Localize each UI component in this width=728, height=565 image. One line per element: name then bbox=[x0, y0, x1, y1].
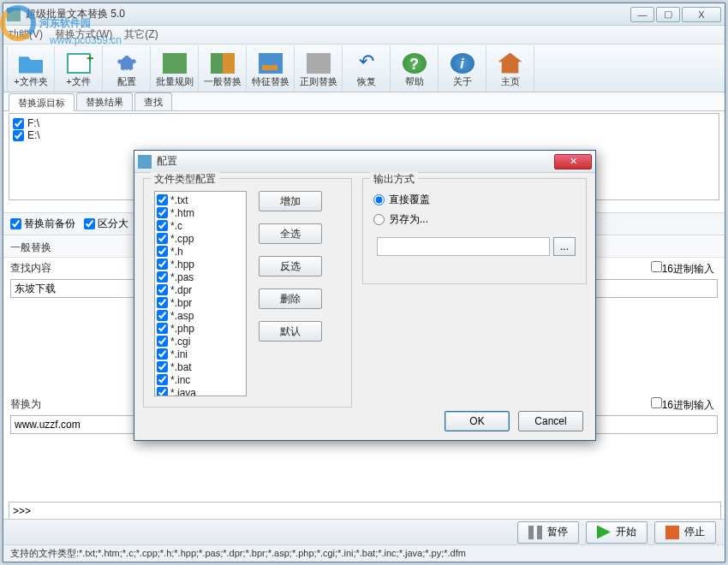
filetype-item[interactable]: *.asp bbox=[157, 309, 244, 322]
info-icon: i bbox=[451, 53, 474, 74]
filetype-item[interactable]: *.hpp bbox=[157, 258, 244, 271]
filetype-item[interactable]: *.bat bbox=[157, 360, 244, 373]
filetype-item[interactable]: *.txt bbox=[157, 193, 244, 206]
close-button[interactable]: X bbox=[682, 7, 721, 22]
prompt-line[interactable]: >>> bbox=[9, 502, 721, 520]
status-bar: 支持的文件类型:*.txt;*.htm;*.c;*.cpp;*.h;*.hpp;… bbox=[3, 544, 725, 562]
drive-item[interactable]: E:\ bbox=[13, 129, 715, 141]
tab-source-target[interactable]: 替换源目标 bbox=[9, 93, 75, 111]
menubar: 功能(V) 替换方式(W) 其它(Z) bbox=[3, 26, 725, 45]
saveas-path-input[interactable] bbox=[377, 237, 550, 256]
filetype-item[interactable]: *.java bbox=[157, 386, 244, 396]
regex-icon bbox=[307, 53, 331, 74]
start-button[interactable]: 开始 bbox=[586, 521, 647, 544]
drive-checkbox[interactable] bbox=[13, 130, 24, 141]
feature-replace-button[interactable]: 特征替换 bbox=[247, 46, 295, 91]
menu-replace-mode[interactable]: 替换方式(W) bbox=[55, 27, 112, 42]
config-button[interactable]: 配置 bbox=[103, 46, 151, 91]
replace-icon bbox=[211, 53, 235, 74]
file-plus-icon bbox=[67, 53, 91, 74]
filetype-groupbox: 文件类型配置 *.txt*.htm*.c*.cpp*.h*.hpp*.pas*.… bbox=[143, 178, 352, 407]
filetype-item[interactable]: *.bpr bbox=[157, 296, 244, 309]
config-dialog: 配置 ✕ 文件类型配置 *.txt*.htm*.c*.cpp*.h*.hpp*.… bbox=[134, 150, 596, 441]
filetype-item[interactable]: *.php bbox=[157, 322, 244, 335]
cancel-button[interactable]: Cancel bbox=[518, 411, 583, 431]
drive-checkbox[interactable] bbox=[13, 118, 24, 129]
rule-icon bbox=[163, 53, 187, 74]
filetype-item[interactable]: *.c bbox=[157, 219, 244, 232]
regex-replace-button[interactable]: 正则替换 bbox=[295, 46, 343, 91]
default-button[interactable]: 默认 bbox=[259, 321, 322, 342]
replace-label: 替换为 bbox=[10, 394, 41, 415]
folder-plus-icon bbox=[19, 53, 43, 74]
backup-checkbox[interactable]: 替换前备份 bbox=[10, 217, 75, 231]
pause-icon bbox=[528, 526, 542, 539]
tabs-row: 替换源目标 替换结果 查找 bbox=[3, 92, 725, 111]
filetype-item[interactable]: *.dpr bbox=[157, 283, 244, 296]
filetype-item[interactable]: *.h bbox=[157, 245, 244, 258]
select-all-button[interactable]: 全选 bbox=[259, 223, 322, 244]
dialog-icon bbox=[138, 155, 152, 169]
play-icon bbox=[597, 526, 611, 539]
filetype-item[interactable]: *.ini bbox=[157, 348, 244, 360]
help-button[interactable]: ?帮助 bbox=[391, 46, 439, 91]
add-filetype-button[interactable]: 增加 bbox=[259, 191, 322, 211]
delete-filetype-button[interactable]: 删除 bbox=[259, 288, 322, 309]
home-icon bbox=[498, 53, 522, 74]
tab-find[interactable]: 查找 bbox=[134, 92, 172, 110]
case-checkbox[interactable]: 区分大 bbox=[84, 217, 128, 231]
filetype-group-title: 文件类型配置 bbox=[151, 172, 219, 187]
normal-replace-button[interactable]: 一般替换 bbox=[199, 46, 247, 91]
batch-rule-button[interactable]: 批量规则 bbox=[151, 46, 199, 91]
about-button[interactable]: i关于 bbox=[439, 46, 486, 91]
pause-button[interactable]: 暂停 bbox=[517, 521, 579, 544]
toolbar: +文件夹 +文件 配置 批量规则 一般替换 特征替换 正则替换 ↶恢复 ?帮助 … bbox=[3, 45, 725, 92]
minimize-button[interactable]: — bbox=[630, 7, 654, 22]
filetype-item[interactable]: *.inc bbox=[157, 373, 244, 386]
filetype-list[interactable]: *.txt*.htm*.c*.cpp*.h*.hpp*.pas*.dpr*.bp… bbox=[154, 191, 247, 396]
output-groupbox: 输出方式 直接覆盖 另存为... ... bbox=[362, 178, 587, 284]
filetype-item[interactable]: *.pas bbox=[157, 271, 244, 283]
invert-select-button[interactable]: 反选 bbox=[259, 256, 322, 277]
stop-icon bbox=[665, 526, 679, 539]
output-group-title: 输出方式 bbox=[370, 172, 418, 187]
titlebar: 超级批量文本替换 5.0 — ▢ X bbox=[3, 3, 725, 26]
gear-icon bbox=[115, 53, 139, 74]
undo-icon: ↶ bbox=[355, 53, 379, 74]
app-icon bbox=[7, 8, 21, 21]
home-button[interactable]: 主页 bbox=[486, 46, 534, 91]
browse-button[interactable]: ... bbox=[553, 237, 576, 256]
add-file-button[interactable]: +文件 bbox=[55, 46, 103, 91]
dialog-close-button[interactable]: ✕ bbox=[554, 154, 592, 170]
radio-overwrite[interactable]: 直接覆盖 bbox=[373, 193, 576, 207]
add-folder-button[interactable]: +文件夹 bbox=[7, 46, 55, 91]
filetype-item[interactable]: *.cpp bbox=[157, 232, 244, 245]
radio-saveas[interactable]: 另存为... bbox=[373, 212, 576, 227]
tab-results[interactable]: 替换结果 bbox=[76, 92, 133, 110]
feature-replace-icon bbox=[259, 53, 283, 74]
stop-button[interactable]: 停止 bbox=[654, 521, 716, 544]
drive-item[interactable]: F:\ bbox=[13, 117, 715, 129]
dialog-title: 配置 bbox=[157, 154, 554, 169]
filetype-item[interactable]: *.cgi bbox=[157, 335, 244, 348]
maximize-button[interactable]: ▢ bbox=[656, 7, 680, 22]
window-title: 超级批量文本替换 5.0 bbox=[26, 7, 630, 21]
filetype-item[interactable]: *.htm bbox=[157, 206, 244, 219]
restore-button[interactable]: ↶恢复 bbox=[343, 46, 391, 91]
menu-function[interactable]: 功能(V) bbox=[9, 27, 43, 42]
find-label: 查找内容 bbox=[10, 258, 51, 279]
dialog-titlebar: 配置 ✕ bbox=[134, 151, 595, 173]
hex-input-checkbox-2[interactable]: 16进制输入 bbox=[651, 397, 714, 413]
ok-button[interactable]: OK bbox=[445, 411, 510, 431]
menu-other[interactable]: 其它(Z) bbox=[124, 27, 158, 42]
help-icon: ? bbox=[403, 53, 427, 74]
hex-input-checkbox[interactable]: 16进制输入 bbox=[651, 261, 714, 277]
bottom-row: 暂停 开始 停止 bbox=[3, 519, 725, 544]
